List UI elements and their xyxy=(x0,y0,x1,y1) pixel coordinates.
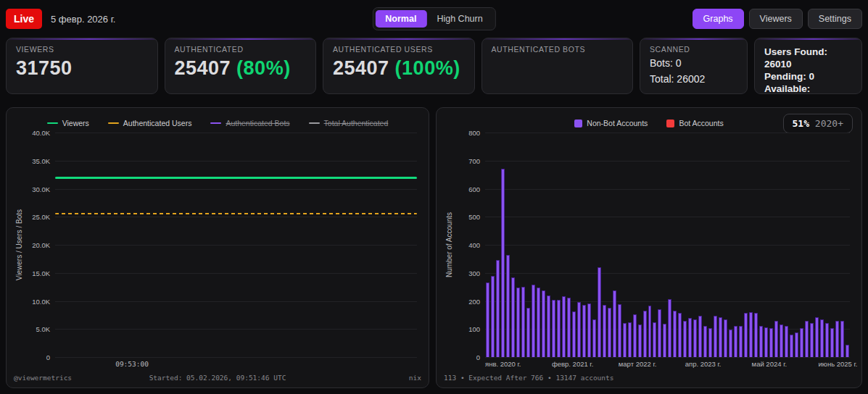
legend-item-non-bot-accounts[interactable]: Non-Bot Accounts xyxy=(574,119,648,127)
account-month-bar[interactable] xyxy=(587,303,591,357)
mode-option-high-churn[interactable]: High Churn xyxy=(426,10,492,28)
started-timestamp: Started: 05.02.2026, 09:51:46 UTC xyxy=(116,374,320,382)
account-month-bar[interactable] xyxy=(795,332,798,357)
y-tick-label: 800 xyxy=(468,129,480,137)
account-month-bar[interactable] xyxy=(496,260,500,357)
account-month-bar[interactable] xyxy=(693,319,697,357)
account-month-bar[interactable] xyxy=(769,328,773,357)
badge-suffix: 2020+ xyxy=(815,118,843,129)
account-month-bar[interactable] xyxy=(815,317,819,357)
account-month-bar[interactable] xyxy=(521,287,525,357)
account-month-bar[interactable] xyxy=(547,296,550,357)
account-month-bar[interactable] xyxy=(542,290,545,357)
account-month-bar[interactable] xyxy=(501,169,505,357)
account-month-bar[interactable] xyxy=(582,305,586,357)
account-month-bar[interactable] xyxy=(618,304,621,357)
account-month-bar[interactable] xyxy=(774,321,778,357)
settings-button[interactable]: Settings xyxy=(808,9,862,29)
account-month-bar[interactable] xyxy=(714,316,717,357)
mode-option-normal[interactable]: Normal xyxy=(375,10,426,28)
account-month-bar[interactable] xyxy=(820,319,824,357)
account-month-bar[interactable] xyxy=(537,288,540,357)
gridline xyxy=(55,133,417,133)
account-month-bar[interactable] xyxy=(648,306,652,357)
account-month-bar[interactable] xyxy=(805,321,809,357)
account-month-bar[interactable] xyxy=(663,324,666,357)
bar-chart-plot[interactable] xyxy=(485,133,850,357)
account-month-bar[interactable] xyxy=(633,314,637,357)
bars-container xyxy=(485,133,850,357)
account-month-bar[interactable] xyxy=(506,255,510,357)
legend-item-authenticated-users[interactable]: Authenticated Users xyxy=(108,119,192,127)
scanned-total-line: Total: 26002 xyxy=(650,73,737,85)
account-month-bar[interactable] xyxy=(749,312,753,357)
account-month-bar[interactable] xyxy=(557,300,561,357)
account-month-bar[interactable] xyxy=(577,302,581,357)
account-month-bar[interactable] xyxy=(572,311,576,357)
account-month-bar[interactable] xyxy=(668,299,671,357)
account-month-bar[interactable] xyxy=(653,322,656,357)
legend-line-swatch xyxy=(210,122,221,125)
account-month-bar[interactable] xyxy=(603,305,606,357)
y-tick-label: 35.0K xyxy=(32,156,50,164)
account-month-bar[interactable] xyxy=(835,321,839,357)
account-month-bar[interactable] xyxy=(688,318,692,357)
account-month-bar[interactable] xyxy=(562,296,566,357)
account-month-bar[interactable] xyxy=(739,326,743,357)
account-month-bar[interactable] xyxy=(683,321,687,357)
account-month-bar[interactable] xyxy=(511,277,515,357)
account-month-bar[interactable] xyxy=(790,335,793,357)
account-month-bar[interactable] xyxy=(780,324,783,357)
account-month-bar[interactable] xyxy=(673,311,677,357)
account-month-bar[interactable] xyxy=(643,311,647,357)
line-chart-plot[interactable] xyxy=(55,133,417,357)
account-month-bar[interactable] xyxy=(638,324,642,357)
account-month-bar[interactable] xyxy=(592,319,596,357)
stat-cards-row: VIEWERS 31750 AUTHENTICATED 25407 (80%) … xyxy=(6,38,862,94)
legend-item-authenticated-bots[interactable]: Authenticated Bots xyxy=(210,119,289,127)
viewers-button[interactable]: Viewers xyxy=(749,9,803,29)
account-month-bar[interactable] xyxy=(608,308,611,357)
account-month-bar[interactable] xyxy=(754,313,758,357)
account-month-bar[interactable] xyxy=(598,267,601,357)
y-tick-label: 400 xyxy=(468,241,480,249)
y-tick-label: 600 xyxy=(468,185,480,193)
legend-item-viewers[interactable]: Viewers xyxy=(47,119,89,127)
account-month-bar[interactable] xyxy=(623,323,627,357)
legend-item-total-authenticated[interactable]: Total Authenticated xyxy=(309,119,389,127)
account-month-bar[interactable] xyxy=(698,316,702,357)
account-month-bar[interactable] xyxy=(491,276,495,357)
account-month-bar[interactable] xyxy=(810,323,814,357)
account-month-bar[interactable] xyxy=(800,328,803,357)
x-tick-label: 09:53:00 xyxy=(115,360,149,368)
account-month-bar[interactable] xyxy=(532,285,535,357)
account-month-bar[interactable] xyxy=(846,345,849,357)
account-month-bar[interactable] xyxy=(840,321,844,357)
series-line-authenticated-users[interactable] xyxy=(55,213,417,215)
account-month-bar[interactable] xyxy=(613,290,616,357)
account-month-bar[interactable] xyxy=(719,317,722,357)
account-month-bar[interactable] xyxy=(486,282,489,357)
account-month-bar[interactable] xyxy=(516,288,520,357)
account-month-bar[interactable] xyxy=(830,328,834,357)
account-month-bar[interactable] xyxy=(724,319,727,357)
series-line-viewers[interactable] xyxy=(55,177,417,179)
account-month-bar[interactable] xyxy=(764,327,768,357)
account-month-bar[interactable] xyxy=(628,322,632,357)
account-month-bar[interactable] xyxy=(708,328,712,357)
legend-item-bot-accounts[interactable]: Bot Accounts xyxy=(666,119,723,127)
account-month-bar[interactable] xyxy=(825,323,829,357)
accounts-summary: 113 • Expected After 766 • 13147 account… xyxy=(444,374,854,382)
graphs-button[interactable]: Graphs xyxy=(693,9,744,29)
account-month-bar[interactable] xyxy=(658,309,661,357)
account-month-bar[interactable] xyxy=(678,313,682,357)
account-month-bar[interactable] xyxy=(744,313,748,357)
account-month-bar[interactable] xyxy=(729,330,732,357)
account-month-bar[interactable] xyxy=(526,308,530,357)
account-month-bar[interactable] xyxy=(703,326,707,357)
account-month-bar[interactable] xyxy=(759,326,763,357)
account-month-bar[interactable] xyxy=(785,326,788,357)
account-month-bar[interactable] xyxy=(552,300,555,357)
account-month-bar[interactable] xyxy=(567,298,571,357)
account-month-bar[interactable] xyxy=(734,326,737,357)
